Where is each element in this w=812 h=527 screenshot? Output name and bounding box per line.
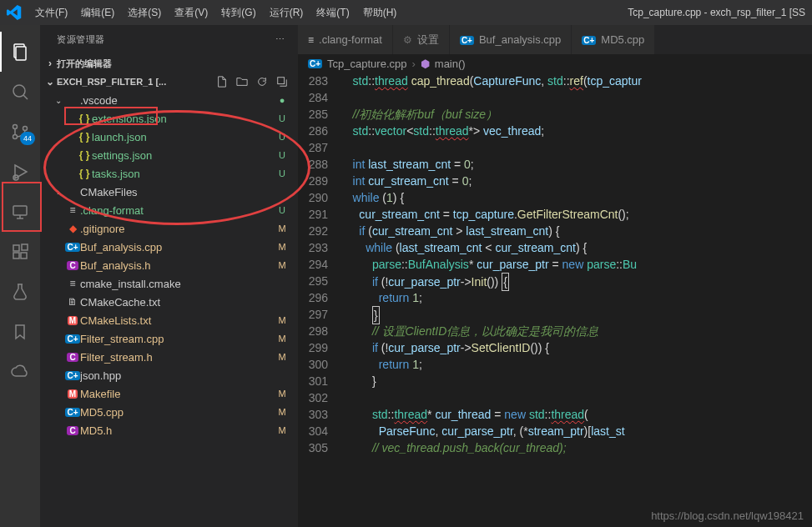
json-icon: { } <box>77 168 92 179</box>
tree-file[interactable]: C+json.hpp <box>40 366 298 384</box>
git-icon: ◆ <box>65 223 80 234</box>
project-section[interactable]: ⌄ EXCH_RSP_FILTER_1 [... <box>40 73 298 91</box>
activitybar: 44 <box>0 25 40 527</box>
editor-tab[interactable]: ⚙设置 <box>393 25 450 54</box>
cloud-icon[interactable] <box>0 352 40 392</box>
git-decoration <box>275 334 290 344</box>
menu-item[interactable]: 转到(G) <box>214 6 262 20</box>
file-icon: ≡ <box>65 278 80 289</box>
menu-item[interactable]: 编辑(E) <box>74 6 121 20</box>
tree-file[interactable]: MCMakeLists.txt <box>40 311 298 329</box>
m-icon: M <box>65 314 80 326</box>
tree-file[interactable]: { }extensions.json <box>40 109 298 128</box>
chevron-icon: ⌄ <box>52 96 65 105</box>
run-debug-icon[interactable] <box>0 152 40 192</box>
gear-icon: ⚙ <box>403 34 412 46</box>
remote-icon[interactable] <box>0 192 40 232</box>
git-decoration <box>275 315 290 325</box>
tree-file[interactable]: MMakefile <box>40 384 298 403</box>
m-icon: M <box>65 388 80 399</box>
search-icon[interactable] <box>0 72 40 112</box>
cpp-icon: C+ <box>308 59 322 68</box>
svg-rect-11 <box>13 245 19 251</box>
cpp-icon: C+ <box>582 34 596 46</box>
svg-line-3 <box>23 95 28 99</box>
sidebar-more-icon[interactable]: ⋯ <box>275 34 285 45</box>
tree-file[interactable]: CMD5.h <box>40 421 298 439</box>
source-control-icon[interactable]: 44 <box>0 112 40 152</box>
chevron-icon: › <box>52 188 65 197</box>
cpp-icon: C+ <box>65 369 80 381</box>
c-icon: C <box>65 351 80 363</box>
tree-file[interactable]: CFilter_stream.h <box>40 348 298 366</box>
cpp-icon: C+ <box>460 34 474 46</box>
collapse-icon[interactable] <box>276 76 288 88</box>
cpp-icon: C+ <box>65 333 80 344</box>
tree-file[interactable]: ≡.clang-format <box>40 201 298 219</box>
tree-folder[interactable]: ›CMakeFiles <box>40 183 298 201</box>
editor-tab[interactable]: C+MD5.cpp <box>572 25 655 54</box>
file-tree: ⌄.vscode●{ }extensions.json{ }launch.jso… <box>40 91 298 448</box>
chevron-down-icon: ⌄ <box>43 76 57 88</box>
git-decoration <box>275 168 290 178</box>
svg-point-2 <box>13 85 25 97</box>
refresh-icon[interactable] <box>256 76 268 88</box>
menu-item[interactable]: 选择(S) <box>121 6 168 20</box>
git-decoration <box>275 425 290 435</box>
cpp-icon: C+ <box>65 241 80 253</box>
editor-tabs: ≡.clang-format⚙设置C+Buf_analysis.cppC+MD5… <box>298 25 812 54</box>
tree-file[interactable]: C+Filter_stream.cpp <box>40 329 298 348</box>
cpp-icon: C+ <box>65 406 80 418</box>
c-icon: C <box>65 424 80 436</box>
editor-tab[interactable]: ≡.clang-format <box>298 25 393 54</box>
c-icon: C <box>65 259 80 271</box>
svg-rect-8 <box>13 206 27 215</box>
menu-item[interactable]: 文件(F) <box>28 6 74 20</box>
menu-item[interactable]: 运行(R) <box>263 6 310 20</box>
tree-file[interactable]: CBuf_analysis.h <box>40 256 298 274</box>
testing-icon[interactable] <box>0 272 40 312</box>
new-file-icon[interactable] <box>216 76 228 88</box>
tree-file[interactable]: C+Buf_analysis.cpp <box>40 238 298 256</box>
window-title: Tcp_capture.cpp - exch_rsp_filter_1 [SS <box>403 7 812 18</box>
git-decoration <box>275 150 290 160</box>
txt-icon: 🗎 <box>65 296 80 308</box>
bookmark-icon[interactable] <box>0 312 40 352</box>
tree-file[interactable]: { }tasks.json <box>40 164 298 183</box>
tree-file[interactable]: C+MD5.cpp <box>40 403 298 421</box>
git-decoration <box>275 260 290 270</box>
tree-folder[interactable]: ⌄.vscode● <box>40 91 298 109</box>
editor-tab[interactable]: C+Buf_analysis.cpp <box>450 25 572 54</box>
json-icon: { } <box>77 149 92 161</box>
menu-item[interactable]: 终端(T) <box>310 6 356 20</box>
chevron-right-icon: › <box>43 58 57 69</box>
git-decoration <box>275 132 290 142</box>
tree-file[interactable]: ◆.gitignore <box>40 219 298 238</box>
svg-point-5 <box>13 135 18 139</box>
json-icon: { } <box>77 131 92 143</box>
code-lines[interactable]: std::thread cap_thread(CaptureFunc, std:… <box>340 73 812 527</box>
menu-item[interactable]: 帮助(H) <box>356 6 404 20</box>
svg-rect-13 <box>21 253 27 258</box>
titlebar: 文件(F)编辑(E)选择(S)查看(V)转到(G)运行(R)终端(T)帮助(H)… <box>0 0 812 25</box>
git-decoration <box>275 242 290 252</box>
menu-item[interactable]: 查看(V) <box>168 6 214 20</box>
breadcrumb[interactable]: C+ Tcp_capture.cpp › ⬢ main() <box>298 54 812 73</box>
git-decoration <box>275 223 290 233</box>
file-icon: ≡ <box>308 34 314 46</box>
open-editors-section[interactable]: › 打开的编辑器 <box>40 54 298 73</box>
scm-badge: 44 <box>20 132 35 145</box>
git-decoration <box>275 352 290 362</box>
menubar: 文件(F)编辑(E)选择(S)查看(V)转到(G)运行(R)终端(T)帮助(H) <box>28 6 403 20</box>
tree-file[interactable]: 🗎CMakeCache.txt <box>40 293 298 311</box>
git-decoration <box>275 113 290 123</box>
git-decoration: ● <box>275 95 290 105</box>
json-icon: { } <box>77 113 92 124</box>
extensions-icon[interactable] <box>0 232 40 272</box>
tree-file[interactable]: ≡cmake_install.cmake <box>40 274 298 293</box>
code-editor[interactable]: 2832842852862872882892902912922932942952… <box>298 73 812 527</box>
explorer-icon[interactable] <box>0 32 40 72</box>
tree-file[interactable]: { }launch.json <box>40 128 298 146</box>
new-folder-icon[interactable] <box>236 76 248 88</box>
tree-file[interactable]: { }settings.json <box>40 146 298 164</box>
